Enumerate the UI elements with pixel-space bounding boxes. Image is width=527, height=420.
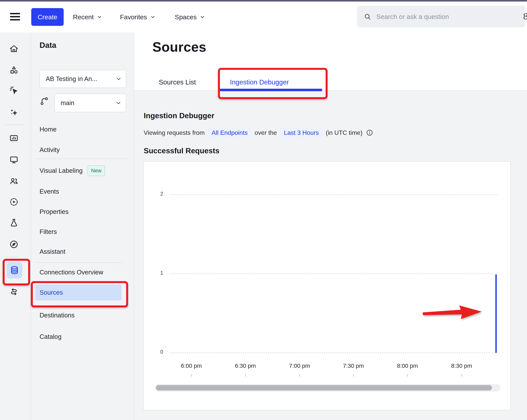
request-bar-845pm [495,274,497,353]
y-tick-label-0: 0 [153,349,163,355]
sidebar-item-label: Sources [40,289,63,296]
sidebar-item-events[interactable]: Events [31,186,131,197]
x-tick-label: 8:30 pm [440,363,483,369]
tab-sources-list[interactable]: Sources List [159,76,196,88]
chevron-down-icon [150,14,155,20]
x-axis-tick [407,374,408,377]
play-circle-icon[interactable] [5,193,23,211]
tab-ingestion-debugger[interactable]: Ingestion Debugger [230,76,289,88]
sidebar-item-assistant[interactable]: Assistant [31,246,131,258]
sidebar-item-connections-overview[interactable]: Connections Overview [31,267,131,278]
gridline-y1 [170,273,498,274]
menu-favorites-label: Favorites [120,13,147,21]
main-content: Sources Sources List Ingestion Debugger … [134,32,527,420]
menu-recent-label: Recent [73,13,94,21]
branch-selector[interactable]: main [55,94,126,112]
x-tick-label: 8:00 pm [386,363,429,369]
database-nav-active[interactable] [7,262,22,279]
project-selector[interactable]: AB Testing in An... [40,70,126,88]
page-header: Sources Sources List Ingestion Debugger [134,32,527,91]
x-axis-tick [461,374,462,377]
sidebar-item-properties[interactable]: Properties [31,206,131,217]
sidebar-item-label: Filters [40,226,57,237]
chevron-down-icon [200,14,205,20]
annotation-arrow [422,303,482,322]
page-title: Sources [152,39,206,55]
x-axis-tick [353,374,354,377]
search-icon [364,13,371,21]
sidebar-item-label: Assistant [40,246,66,258]
search-input[interactable] [376,13,500,21]
sidebar-item-label: Catalog [40,331,62,343]
chevron-down-icon [97,14,102,20]
x-axis-tick [191,374,192,377]
menu-spaces-label: Spaces [175,13,197,21]
sidebar-item-label: Destinations [40,310,75,321]
chevron-down-icon [116,76,122,82]
rail-divider [5,125,25,125]
clipped-edge-glyph: 8 [523,11,527,22]
sidebar-item-catalog[interactable]: Catalog [31,331,131,343]
active-tab-underline [220,89,322,91]
endpoint-filter-dropdown[interactable]: All Endpoints [208,127,251,138]
path-swap-icon[interactable] [5,283,23,302]
sidebar-item-label: Visual Labeling [40,165,83,176]
monitor-icon[interactable] [5,151,23,169]
gridline-y0 [170,353,498,353]
x-axis-tick [245,374,246,377]
sidebar-item-label: Events [40,186,59,197]
y-tick-label-1: 1 [153,270,163,276]
menu-spaces[interactable]: Spaces [175,1,205,32]
left-icon-rail [0,32,31,420]
chart-heading: Successful Requests [144,147,219,155]
home-icon[interactable] [5,40,23,58]
branch-selector-value: main [61,99,75,107]
menu-favorites[interactable]: Favorites [120,1,155,32]
sidebar-item-filters[interactable]: Filters [31,226,131,237]
rail-divider [5,257,19,257]
info-icon[interactable] [366,129,373,136]
viewing-requests-row: Viewing requests from All Endpoints over… [144,127,373,139]
x-tick-label: 7:30 pm [332,363,375,369]
x-axis-tick [299,374,300,377]
sidebar-item-label: Connections Overview [40,267,103,278]
data-sidebar: Data AB Testing in An... main Home Activ… [31,32,134,420]
sidebar-item-destinations[interactable]: Destinations [31,310,131,321]
y-tick-label-2: 2 [153,191,163,197]
compass-icon[interactable] [5,235,23,254]
sidebar-title: Data [40,41,56,50]
sidebar-divider [35,159,128,159]
viewing-prefix: Viewing requests from [144,129,205,136]
chart-scrollbar-thumb[interactable] [156,385,492,390]
new-badge: New [88,165,105,176]
viewing-suffix: (in UTC time) [326,129,362,136]
sidebar-item-activity[interactable]: Activity [31,144,131,156]
sidebar-item-label: Home [40,124,56,135]
create-button[interactable]: Create [31,8,64,26]
app-window: Create Recent Favorites Spaces 8 [0,0,527,420]
sparkles-icon[interactable] [5,104,23,122]
x-tick-label: 7:00 pm [278,363,321,369]
database-icon [9,265,20,275]
cursor-click-icon[interactable] [5,81,23,100]
sidebar-item-label: Activity [40,144,60,156]
hamburger-menu-icon[interactable] [10,11,20,22]
gridline-y2 [170,194,498,195]
time-range-filter-dropdown[interactable]: Last 3 Hours [280,127,322,138]
chevron-down-icon [115,100,121,106]
shapes-icon[interactable] [5,61,23,79]
users-icon[interactable] [5,172,23,190]
sidebar-item-sources-active[interactable]: Sources [35,285,121,301]
menu-recent[interactable]: Recent [73,1,102,32]
sidebar-item-visual-labeling[interactable]: Visual Labeling New [31,165,131,176]
x-tick-label: 6:30 pm [224,363,267,369]
flask-icon[interactable] [5,214,23,232]
search-bar[interactable] [357,6,525,27]
dashboard-icon[interactable] [5,129,23,147]
successful-requests-chart: 2 1 0 6:00 pm 6:30 pm 7:00 pm 7:30 pm 8:… [143,161,511,410]
section-heading-ingestion-debugger: Ingestion Debugger [144,111,214,120]
viewing-middle: over the [255,129,277,136]
x-tick-label: 6:00 pm [170,363,213,369]
git-branch-icon [40,96,50,106]
sidebar-item-home[interactable]: Home [31,124,131,135]
